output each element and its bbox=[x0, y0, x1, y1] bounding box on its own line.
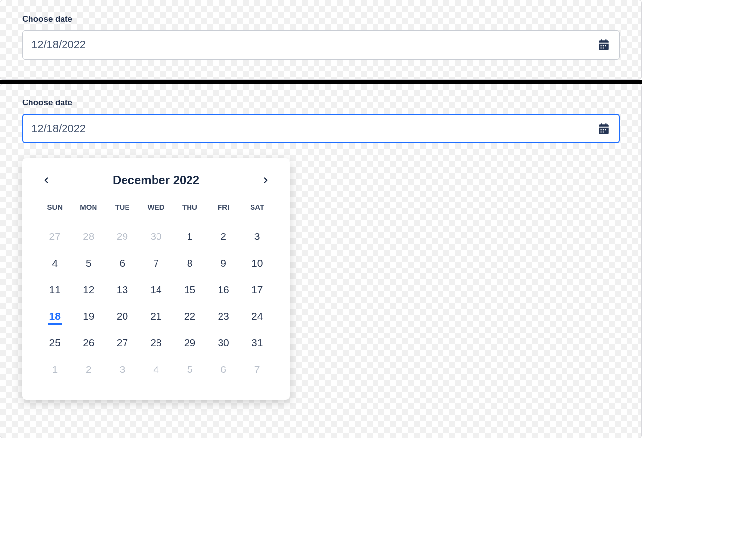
calendar-icon[interactable] bbox=[597, 121, 611, 136]
calendar-day[interactable]: 22 bbox=[173, 303, 207, 330]
calendar-day[interactable]: 20 bbox=[105, 303, 139, 330]
calendar-day[interactable]: 16 bbox=[207, 276, 241, 303]
calendar-day[interactable]: 4 bbox=[38, 250, 72, 276]
date-picker-closed-panel: Choose date bbox=[0, 0, 642, 80]
calendar-day[interactable]: 7 bbox=[139, 250, 173, 276]
calendar-header: December 2022 bbox=[38, 172, 274, 189]
weekday-header: SUN bbox=[38, 202, 72, 223]
next-month-button[interactable] bbox=[257, 172, 274, 189]
calendar-day[interactable]: 15 bbox=[173, 276, 207, 303]
field-label: Choose date bbox=[22, 98, 620, 108]
calendar-day[interactable]: 29 bbox=[173, 330, 207, 356]
date-input[interactable] bbox=[31, 38, 597, 52]
calendar-day[interactable]: 7 bbox=[240, 356, 274, 383]
date-input-wrapper[interactable] bbox=[22, 30, 620, 60]
calendar-day[interactable]: 17 bbox=[240, 276, 274, 303]
panel-divider bbox=[0, 80, 642, 84]
calendar-day[interactable]: 12 bbox=[72, 276, 106, 303]
calendar-day[interactable]: 23 bbox=[207, 303, 241, 330]
date-picker-open-panel: Choose date December 2022 SUNMONTUEWEDTH… bbox=[0, 84, 642, 438]
calendar-day[interactable]: 1 bbox=[173, 223, 207, 250]
calendar-day[interactable]: 3 bbox=[105, 356, 139, 383]
weekday-header: TUE bbox=[105, 202, 139, 223]
calendar-day[interactable]: 30 bbox=[139, 223, 173, 250]
weekday-header: SAT bbox=[240, 202, 274, 223]
calendar-day[interactable]: 19 bbox=[72, 303, 106, 330]
calendar-day[interactable]: 26 bbox=[72, 330, 106, 356]
calendar-day[interactable]: 2 bbox=[207, 223, 241, 250]
calendar-popup: December 2022 SUNMONTUEWEDTHUFRISAT 2728… bbox=[22, 158, 290, 400]
calendar-title: December 2022 bbox=[55, 173, 257, 187]
calendar-day[interactable]: 29 bbox=[105, 223, 139, 250]
calendar-day[interactable]: 21 bbox=[139, 303, 173, 330]
calendar-day[interactable]: 24 bbox=[240, 303, 274, 330]
calendar-day[interactable]: 1 bbox=[38, 356, 72, 383]
calendar-day[interactable]: 5 bbox=[72, 250, 106, 276]
calendar-day[interactable]: 18 bbox=[38, 303, 72, 330]
calendar-day[interactable]: 25 bbox=[38, 330, 72, 356]
date-input-wrapper[interactable] bbox=[22, 114, 620, 143]
calendar-day[interactable]: 6 bbox=[105, 250, 139, 276]
calendar-day[interactable]: 13 bbox=[105, 276, 139, 303]
calendar-grid: SUNMONTUEWEDTHUFRISAT 272829301234567891… bbox=[38, 202, 274, 383]
weekday-header: FRI bbox=[207, 202, 241, 223]
calendar-day[interactable]: 6 bbox=[207, 356, 241, 383]
calendar-day[interactable]: 4 bbox=[139, 356, 173, 383]
weekday-header: MON bbox=[72, 202, 106, 223]
calendar-day[interactable]: 14 bbox=[139, 276, 173, 303]
calendar-day[interactable]: 5 bbox=[173, 356, 207, 383]
calendar-icon[interactable] bbox=[597, 37, 611, 52]
calendar-day[interactable]: 9 bbox=[207, 250, 241, 276]
prev-month-button[interactable] bbox=[38, 172, 55, 189]
calendar-day[interactable]: 8 bbox=[173, 250, 207, 276]
calendar-day[interactable]: 30 bbox=[207, 330, 241, 356]
calendar-day[interactable]: 27 bbox=[105, 330, 139, 356]
weekday-header: THU bbox=[173, 202, 207, 223]
calendar-day[interactable]: 11 bbox=[38, 276, 72, 303]
calendar-day[interactable]: 31 bbox=[240, 330, 274, 356]
calendar-day[interactable]: 28 bbox=[139, 330, 173, 356]
calendar-day[interactable]: 28 bbox=[72, 223, 106, 250]
calendar-day[interactable]: 10 bbox=[240, 250, 274, 276]
field-label: Choose date bbox=[22, 14, 620, 24]
calendar-day[interactable]: 27 bbox=[38, 223, 72, 250]
weekday-header: WED bbox=[139, 202, 173, 223]
calendar-day[interactable]: 3 bbox=[240, 223, 274, 250]
calendar-day[interactable]: 2 bbox=[72, 356, 106, 383]
date-input[interactable] bbox=[31, 122, 597, 135]
